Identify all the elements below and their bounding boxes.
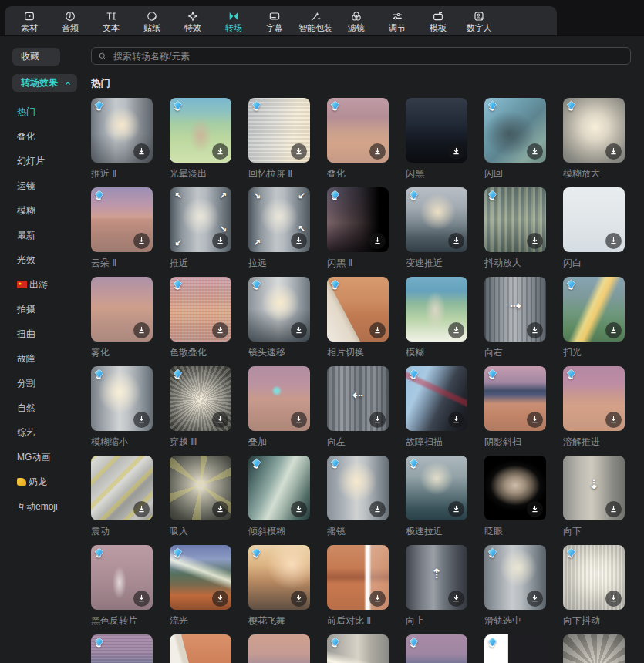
transition-item[interactable]: 雾化 (91, 277, 153, 358)
transition-item[interactable]: 摇镜 (327, 456, 389, 537)
transition-thumbnail[interactable] (91, 634, 153, 663)
transition-thumbnail[interactable] (248, 98, 310, 163)
transition-thumbnail[interactable] (170, 545, 231, 610)
transition-thumbnail[interactable] (248, 545, 310, 610)
transition-item[interactable]: 相片切换 (327, 277, 389, 358)
download-button[interactable] (212, 143, 228, 160)
download-button[interactable] (291, 143, 307, 160)
transition-thumbnail[interactable] (170, 277, 231, 342)
transition-thumbnail[interactable] (248, 634, 310, 663)
transition-item[interactable]: 镜头速移 (248, 277, 310, 358)
transition-item[interactable]: 前后对比 Ⅱ (327, 545, 389, 627)
toolbar-item-text[interactable]: 文本 (93, 8, 130, 34)
transition-item[interactable]: ↘↙↗↖拉远 (248, 187, 310, 269)
sidebar-item-warp[interactable]: 扭曲 (6, 321, 85, 346)
transition-thumbnail[interactable] (91, 187, 153, 252)
download-button[interactable] (448, 322, 464, 338)
transition-item[interactable] (563, 634, 625, 663)
transition-item[interactable]: ⇣向下 (563, 456, 625, 537)
transition-thumbnail[interactable] (563, 634, 625, 663)
transition-item[interactable]: 闪回 (484, 98, 546, 180)
download-button[interactable] (212, 412, 228, 428)
transition-thumbnail[interactable] (170, 366, 231, 431)
transition-thumbnail[interactable]: ⇠ (327, 366, 389, 431)
toolbar-item-captions[interactable]: 字幕 (256, 8, 293, 34)
transition-item[interactable]: 云朵 Ⅱ (91, 187, 153, 269)
transition-item[interactable]: 抖动放大 (484, 187, 546, 269)
toolbar-item-audio[interactable]: 音频 (52, 8, 89, 34)
transition-item[interactable]: 色散叠化 (170, 277, 231, 358)
download-button[interactable] (212, 501, 228, 517)
sidebar-item-blur[interactable]: 模糊 (6, 198, 85, 223)
transition-thumbnail[interactable] (91, 277, 153, 342)
download-button[interactable] (527, 143, 543, 160)
download-button[interactable] (291, 591, 307, 607)
sidebar-item-glitch[interactable]: 故障 (6, 346, 85, 371)
transition-item[interactable]: 闪黑 Ⅱ (327, 187, 389, 269)
sidebar-item-hot[interactable]: 热门 (6, 99, 85, 124)
transition-thumbnail[interactable] (91, 456, 153, 520)
download-button[interactable] (291, 501, 307, 517)
transition-item[interactable]: 故障扫描 (406, 366, 467, 448)
transition-thumbnail[interactable] (248, 366, 310, 431)
download-button[interactable] (369, 233, 386, 249)
transition-thumbnail[interactable] (406, 98, 467, 163)
transition-thumbnail[interactable] (91, 366, 153, 431)
transition-thumbnail[interactable]: ↖↗↙↘ (170, 187, 231, 252)
download-button[interactable] (133, 412, 150, 428)
download-button[interactable] (133, 501, 150, 517)
toolbar-item-sticker[interactable]: 贴纸 (133, 8, 170, 34)
download-button[interactable] (527, 412, 543, 428)
sidebar-item-variety[interactable]: 综艺 (6, 420, 85, 445)
transition-thumbnail[interactable]: ↘↙↗↖ (248, 187, 310, 252)
transition-thumbnail[interactable] (484, 634, 546, 663)
download-button[interactable] (605, 322, 622, 338)
transition-thumbnail[interactable] (248, 456, 310, 520)
transition-thumbnail[interactable] (563, 277, 625, 342)
toolbar-item-effects[interactable]: 特效 (174, 8, 211, 34)
transition-item[interactable]: 倾斜模糊 (248, 456, 310, 537)
download-button[interactable] (448, 412, 464, 428)
download-button[interactable] (605, 412, 622, 428)
transition-thumbnail[interactable] (563, 98, 625, 163)
transition-item[interactable]: 模糊 (406, 277, 467, 358)
toolbar-item-templates[interactable]: 模板 (420, 8, 457, 34)
download-button[interactable] (291, 233, 307, 249)
download-button[interactable] (448, 501, 464, 517)
toolbar-item-digital-human[interactable]: 数字人 (460, 8, 497, 34)
transition-item[interactable]: 眨眼 (484, 456, 546, 537)
transition-item[interactable]: 阴影斜扫 (484, 366, 546, 448)
transition-thumbnail[interactable] (327, 98, 389, 163)
sidebar-item-nailong[interactable]: 奶龙 (6, 469, 85, 494)
transition-item[interactable]: 樱花飞舞 (248, 545, 310, 627)
transition-thumbnail[interactable]: ⇣ (563, 456, 625, 520)
toolbar-item-adjust[interactable]: 调节 (379, 8, 416, 34)
download-button[interactable] (448, 591, 464, 607)
download-button[interactable] (527, 501, 543, 517)
transition-thumbnail[interactable] (327, 545, 389, 610)
transition-thumbnail[interactable] (327, 187, 389, 252)
transition-item[interactable]: 极速拉近 (406, 456, 467, 537)
download-button[interactable] (369, 143, 386, 160)
download-button[interactable] (448, 143, 464, 160)
transition-item[interactable]: 溶解推进 (563, 366, 625, 448)
download-button[interactable] (133, 233, 150, 249)
transition-item[interactable]: ⇠向左 (327, 366, 389, 448)
download-button[interactable] (291, 412, 307, 428)
transition-thumbnail[interactable] (563, 187, 625, 252)
transition-thumbnail[interactable] (406, 634, 467, 663)
transition-thumbnail[interactable] (327, 634, 389, 663)
sidebar-item-dissolve[interactable]: 叠化 (6, 124, 85, 149)
transition-thumbnail[interactable] (170, 98, 231, 163)
transition-item[interactable]: 滑轨选中 (484, 545, 546, 627)
transition-item[interactable]: 回忆拉屏 Ⅱ (248, 98, 310, 180)
sidebar-item-nature[interactable]: 自然 (6, 395, 85, 420)
transition-thumbnail[interactable] (484, 98, 546, 163)
sidebar-group-transition-effects[interactable]: 转场效果 (12, 74, 77, 92)
transition-thumbnail[interactable] (327, 277, 389, 342)
download-button[interactable] (212, 233, 228, 249)
transition-item[interactable]: ⇡向上 (406, 545, 467, 627)
transition-thumbnail[interactable] (91, 98, 153, 163)
download-button[interactable] (133, 322, 150, 338)
download-button[interactable] (448, 233, 464, 249)
